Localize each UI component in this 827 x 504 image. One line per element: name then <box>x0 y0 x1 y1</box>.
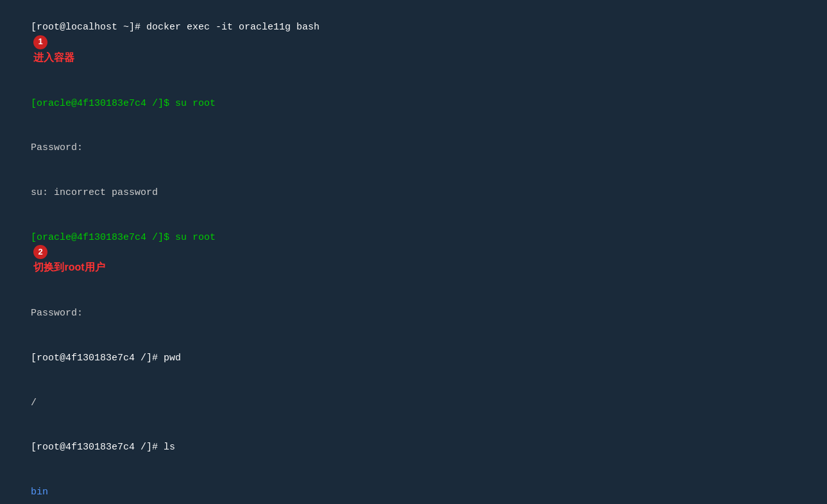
line-3: Password: <box>8 126 819 171</box>
line-4: su: incorrect password <box>8 171 819 215</box>
text-6: Password: <box>31 308 83 319</box>
line-2: [oracle@4f130183e7c4 /]$ su root <box>8 81 819 126</box>
dir-bin: bin <box>31 487 48 498</box>
text-3: Password: <box>31 142 83 153</box>
annotation-text-2: 切换到root用户 <box>31 262 105 273</box>
line-7: [root@4f130183e7c4 /]# pwd <box>8 336 819 381</box>
line-10: bin boot dev etc home lib lib64 media mn… <box>8 470 819 504</box>
prompt-2: [oracle@4f130183e7c4 /]$ su root <box>31 98 216 109</box>
text-4: su: incorrect password <box>31 187 158 198</box>
terminal-window: [root@localhost ~]# docker exec -it orac… <box>8 5 819 504</box>
text-8: / <box>31 398 37 408</box>
annotation-circle-1: 1 <box>33 35 47 49</box>
annotation-text-1: 进入容器 <box>31 52 74 63</box>
prompt-7: [root@4f130183e7c4 /]# pwd <box>31 353 181 364</box>
prompt-5: [oracle@4f130183e7c4 /]$ su root <box>31 232 216 243</box>
annotation-circle-2: 2 <box>33 245 47 259</box>
prompt-1: [root@localhost ~]# docker exec -it orac… <box>31 22 320 33</box>
line-9: [root@4f130183e7c4 /]# ls <box>8 425 819 470</box>
prompt-9: [root@4f130183e7c4 /]# ls <box>31 442 175 453</box>
line-8: / <box>8 380 819 425</box>
line-5: [oracle@4f130183e7c4 /]$ su root 2 切换到ro… <box>8 215 819 291</box>
line-1: [root@localhost ~]# docker exec -it orac… <box>8 5 819 81</box>
line-6: Password: <box>8 291 819 336</box>
